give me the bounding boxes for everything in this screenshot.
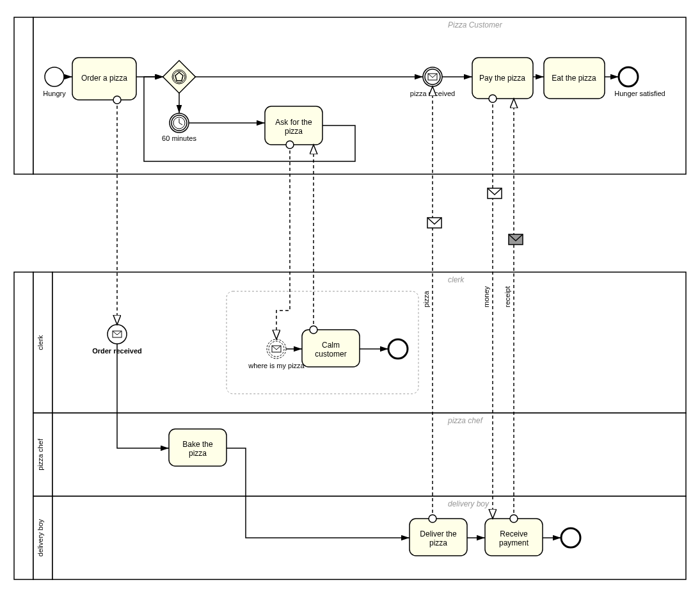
task-pay-pizza: Pay the pizza [472,58,533,99]
svg-text:pizza: pizza [285,127,303,136]
svg-text:Receive: Receive [500,529,528,538]
svg-text:Hungry: Hungry [43,90,66,97]
svg-text:Deliver the: Deliver the [420,529,457,538]
svg-point-28 [619,67,638,86]
svg-point-50 [388,339,408,359]
svg-text:where is my pizza: where is my pizza [248,362,305,369]
task-receive-payment: Receive payment [485,519,543,556]
watermark-chef: pizza chef [447,416,484,425]
event-vendor-end [561,528,580,547]
svg-text:60 minutes: 60 minutes [162,134,196,142]
svg-text:receipt: receipt [504,286,511,307]
bpmn-diagram: Pizza Customer Pizza Customer Hungry Ord… [0,0,700,598]
watermark-delivery: delivery boy [448,499,489,508]
svg-rect-33 [52,272,686,413]
pool-customer: Pizza Customer Pizza Customer [0,17,686,209]
svg-rect-36 [52,413,686,496]
svg-rect-1 [14,17,33,174]
envelope-icon-filled [509,234,523,245]
svg-text:pizza: pizza [429,538,447,547]
svg-text:Eat the pizza: Eat the pizza [552,74,596,83]
svg-rect-30 [14,272,33,579]
watermark-customer: Pizza Customer [448,20,503,29]
svg-text:Calm: Calm [322,341,340,350]
event-subprocess-end [388,339,408,359]
svg-text:pizza: pizza [189,449,207,458]
svg-text:payment: payment [499,538,529,547]
svg-text:pizza: pizza [422,290,430,307]
task-eat-pizza: Eat the pizza [544,58,605,99]
svg-text:Order a pizza: Order a pizza [81,74,127,83]
svg-text:Ask for the: Ask for the [275,118,312,127]
task-calm-customer: Calm customer [302,330,360,367]
svg-point-3 [45,67,64,86]
event-hungry: Hungry [43,67,66,97]
pool-vendor: Pizza vendor clerk clerk pizza chef pizz… [0,272,686,598]
watermark-clerk: clerk [448,275,465,284]
task-bake-pizza: Bake the pizza [169,429,227,466]
svg-text:clerk: clerk [36,335,44,350]
task-deliver-pizza: Deliver the pizza [410,519,467,556]
envelope-icon [488,188,502,198]
task-order-pizza: Order a pizza [72,58,136,100]
svg-text:customer: customer [315,350,346,359]
svg-text:Hunger satisfied: Hunger satisfied [614,90,665,97]
svg-point-60 [561,528,580,547]
svg-text:delivery boy: delivery boy [36,519,44,556]
svg-text:Bake the: Bake the [182,440,213,449]
task-ask-pizza: Ask for the pizza [265,106,322,145]
envelope-icon [427,218,441,228]
svg-text:Pay the pizza: Pay the pizza [479,74,525,83]
svg-text:money: money [482,286,490,307]
svg-text:pizza chef: pizza chef [36,438,44,470]
